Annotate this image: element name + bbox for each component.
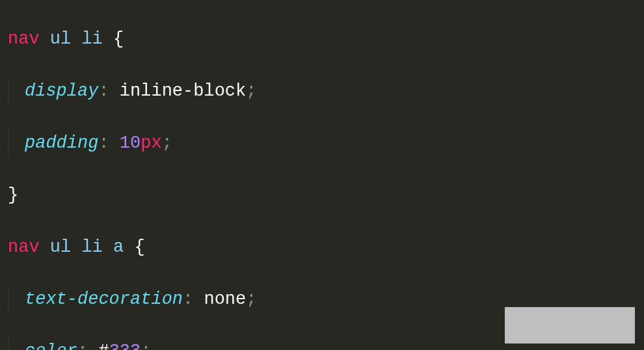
selector-a: a bbox=[113, 237, 124, 257]
hex-value: 333 bbox=[109, 342, 141, 350]
css-property-padding: padding bbox=[25, 133, 98, 153]
code-line: nav ul li a { bbox=[8, 234, 644, 260]
code-line: display: inline-block; bbox=[8, 78, 644, 104]
code-line: } bbox=[8, 182, 644, 208]
selector-ul: ul bbox=[50, 237, 71, 257]
indent-guide bbox=[8, 286, 25, 312]
brace-open: { bbox=[134, 237, 144, 257]
indent-guide bbox=[8, 78, 25, 104]
css-property-color: color bbox=[25, 342, 77, 350]
brace-close: } bbox=[8, 185, 18, 205]
semicolon: ; bbox=[162, 133, 172, 153]
code-editor[interactable]: nav ul li { display: inline-block; paddi… bbox=[0, 0, 644, 350]
code-line: padding: 10px; bbox=[8, 130, 644, 156]
brace-open: { bbox=[113, 29, 124, 49]
hex-hash: # bbox=[98, 342, 109, 350]
css-number: 10 bbox=[120, 133, 141, 153]
code-line: nav ul li { bbox=[8, 26, 644, 52]
selector-nav: nav bbox=[8, 237, 40, 257]
colon: : bbox=[98, 133, 109, 153]
indent-guide bbox=[8, 130, 25, 156]
selector-ul: ul bbox=[50, 29, 71, 49]
semicolon: ; bbox=[246, 81, 256, 101]
selector-li: li bbox=[81, 237, 102, 257]
semicolon: ; bbox=[141, 342, 151, 350]
indent-guide bbox=[8, 338, 25, 350]
css-property-text-decoration: text-decoration bbox=[25, 289, 183, 309]
selector-li: li bbox=[81, 29, 102, 49]
colon: : bbox=[183, 289, 193, 309]
colon: : bbox=[98, 81, 109, 101]
semicolon: ; bbox=[246, 289, 256, 309]
colon: : bbox=[77, 342, 88, 350]
scrollbar-thumb[interactable] bbox=[505, 307, 635, 343]
css-unit-px: px bbox=[141, 133, 161, 153]
css-value-none: none bbox=[204, 289, 246, 309]
css-value: inline-block bbox=[120, 81, 246, 101]
css-property-display: display bbox=[25, 81, 98, 101]
selector-nav: nav bbox=[8, 29, 40, 49]
